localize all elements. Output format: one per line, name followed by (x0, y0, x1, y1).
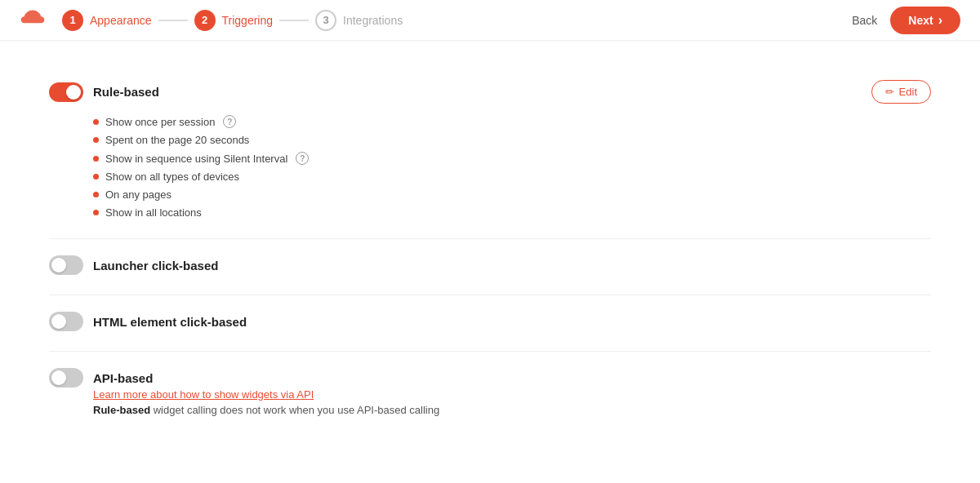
step-1-label: Appearance (90, 14, 152, 27)
rule-based-section: Rule-based ✏ Edit Show once per session … (49, 64, 931, 239)
rule-text: On any pages (105, 188, 172, 201)
help-icon[interactable]: ? (296, 152, 309, 165)
pencil-icon: ✏ (885, 86, 894, 98)
launcher-click-title: Launcher click-based (93, 259, 218, 273)
next-button[interactable]: Next › (890, 7, 960, 34)
api-link[interactable]: Learn more about how to show widgets via… (93, 388, 314, 401)
header-actions: Back Next › (852, 7, 960, 34)
rule-dot-icon (93, 119, 99, 125)
rule-text: Show on all types of devices (105, 171, 239, 183)
rule-text: Show in all locations (105, 206, 202, 219)
rule-based-header-row: Rule-based ✏ Edit (49, 80, 931, 104)
step-3-number: 3 (323, 14, 328, 26)
step-2-number: 2 (202, 14, 207, 26)
api-note-bold: Rule-based (93, 404, 150, 416)
api-based-header: API-based (49, 368, 931, 388)
rule-based-title: Rule-based (93, 85, 159, 99)
launcher-click-section: Launcher click-based (49, 239, 931, 295)
toggle-thumb-off (51, 314, 66, 329)
api-based-title: API-based (93, 371, 153, 385)
logo (20, 7, 46, 33)
api-based-toggle[interactable] (49, 368, 83, 388)
step-3-circle: 3 (315, 10, 336, 31)
launcher-click-toggle[interactable] (49, 255, 83, 275)
step-2-label: Triggering (222, 14, 274, 27)
rule-item: Show on all types of devices (93, 171, 931, 183)
toggle-thumb-off (51, 370, 66, 385)
step-1-circle: 1 (62, 10, 83, 31)
next-label: Next (908, 14, 933, 27)
html-element-header: HTML element click-based (49, 312, 931, 331)
rule-text: Spent on the page 20 seconds (105, 134, 249, 146)
toggle-thumb-off (51, 258, 66, 273)
rule-text: Show in sequence using Silent Interval (105, 153, 287, 165)
html-element-title: HTML element click-based (93, 315, 247, 329)
help-icon[interactable]: ? (223, 115, 236, 128)
step-3: 3 Integrations (315, 10, 403, 31)
rule-based-toggle[interactable] (49, 82, 83, 102)
step-2: 2 Triggering (194, 10, 274, 31)
main-content: Rule-based ✏ Edit Show once per session … (0, 41, 980, 459)
rule-dot-icon (93, 210, 99, 215)
rule-item: Show once per session ? (93, 115, 931, 128)
edit-label: Edit (899, 86, 917, 98)
edit-button[interactable]: ✏ Edit (871, 80, 931, 104)
step-1-number: 1 (69, 14, 75, 26)
rule-text: Show once per session (105, 116, 215, 128)
step-connector-1 (158, 20, 188, 21)
step-2-circle: 2 (194, 10, 216, 31)
back-button[interactable]: Back (852, 14, 877, 27)
rule-dot-icon (93, 137, 99, 143)
rule-item: Spent on the page 20 seconds (93, 134, 931, 146)
rule-item: Show in sequence using Silent Interval ? (93, 152, 931, 165)
api-based-section: API-based Learn more about how to show w… (49, 352, 931, 436)
step-connector-2 (279, 20, 309, 21)
step-1: 1 Appearance (62, 10, 152, 31)
rule-dot-icon (93, 156, 99, 162)
next-arrow-icon: › (938, 13, 942, 28)
toggle-thumb-on (66, 85, 81, 100)
rule-item: On any pages (93, 188, 931, 201)
rule-dot-icon (93, 192, 99, 197)
header: 1 Appearance 2 Triggering 3 Integrations… (0, 0, 980, 41)
rule-based-header: Rule-based (49, 82, 159, 102)
api-note: Rule-based widget calling does not work … (93, 404, 931, 416)
rules-list: Show once per session ? Spent on the pag… (93, 115, 931, 219)
rule-dot-icon (93, 174, 99, 179)
step-3-label: Integrations (343, 14, 403, 27)
html-element-toggle[interactable] (49, 312, 83, 331)
html-element-section: HTML element click-based (49, 295, 931, 352)
launcher-click-header: Launcher click-based (49, 255, 931, 275)
api-note-rest: widget calling does not work when you us… (150, 404, 439, 416)
stepper: 1 Appearance 2 Triggering 3 Integrations (62, 10, 403, 31)
rule-item: Show in all locations (93, 206, 931, 219)
